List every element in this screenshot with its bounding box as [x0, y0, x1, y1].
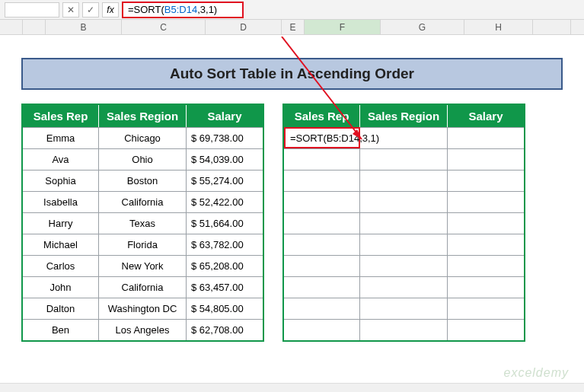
- col-hdr-c[interactable]: C: [122, 20, 206, 34]
- cell[interactable]: Carlos: [23, 255, 99, 276]
- svg-marker-1: [353, 129, 362, 139]
- cell[interactable]: [360, 298, 448, 319]
- table-row[interactable]: [284, 319, 524, 340]
- formula-suffix: ,3,1): [197, 4, 217, 15]
- cell[interactable]: [284, 276, 360, 298]
- col-hdr[interactable]: [533, 20, 571, 34]
- cell[interactable]: Michael: [23, 234, 99, 255]
- cell[interactable]: [284, 191, 360, 212]
- cell[interactable]: Dalton: [23, 298, 99, 319]
- cell[interactable]: [448, 298, 524, 319]
- cell[interactable]: [360, 234, 448, 255]
- cell[interactable]: Ohio: [99, 148, 187, 170]
- cell[interactable]: Washington DC: [99, 298, 187, 319]
- cell[interactable]: Chicago: [99, 127, 187, 148]
- cell[interactable]: California: [99, 276, 187, 298]
- header-region: Sales Region: [99, 105, 187, 127]
- confirm-icon[interactable]: ✓: [82, 2, 99, 18]
- col-hdr[interactable]: [0, 20, 23, 34]
- col-hdr-d[interactable]: D: [206, 20, 282, 34]
- cell[interactable]: [360, 276, 448, 298]
- cell[interactable]: [448, 255, 524, 276]
- cell[interactable]: Emma: [23, 127, 99, 148]
- table-row[interactable]: [284, 191, 524, 212]
- watermark: exceldemy: [504, 366, 569, 380]
- cell[interactable]: $ 51,664.00: [187, 212, 263, 234]
- table-row[interactable]: [284, 276, 524, 298]
- table-row[interactable]: AvaOhio$ 54,039.00: [23, 148, 263, 170]
- cell[interactable]: $ 65,208.00: [187, 255, 263, 276]
- cell[interactable]: New York: [99, 255, 187, 276]
- cell[interactable]: Sophia: [23, 170, 99, 191]
- cell[interactable]: Ben: [23, 319, 99, 340]
- table-row[interactable]: BenLos Angeles$ 62,708.00: [23, 319, 263, 340]
- cell[interactable]: [360, 170, 448, 191]
- cell[interactable]: [284, 234, 360, 255]
- cell[interactable]: $ 54,039.00: [187, 148, 263, 170]
- table-row[interactable]: EmmaChicago$ 69,738.00: [23, 127, 263, 148]
- cell[interactable]: [284, 170, 360, 191]
- col-hdr-f[interactable]: F: [305, 20, 381, 34]
- cell[interactable]: $ 69,738.00: [187, 127, 263, 148]
- table-row[interactable]: SophiaBoston$ 55,274.00: [23, 170, 263, 191]
- table-row[interactable]: CarlosNew York$ 65,208.00: [23, 255, 263, 276]
- source-table: Sales Rep Sales Region Salary EmmaChicag…: [21, 104, 264, 342]
- cell[interactable]: [284, 255, 360, 276]
- cell[interactable]: Harry: [23, 212, 99, 234]
- cell[interactable]: $ 63,457.00: [187, 276, 263, 298]
- table-row[interactable]: [284, 298, 524, 319]
- cell[interactable]: [360, 319, 448, 340]
- cell[interactable]: [360, 212, 448, 234]
- table-row[interactable]: IsabellaCalifornia$ 52,422.00: [23, 191, 263, 212]
- col-hdr-h[interactable]: H: [464, 20, 533, 34]
- cell[interactable]: $ 63,782.00: [187, 234, 263, 255]
- fx-icon[interactable]: fx: [102, 2, 119, 18]
- table-row[interactable]: HarryTexas$ 51,664.00: [23, 212, 263, 234]
- col-hdr-b[interactable]: B: [46, 20, 122, 34]
- cell[interactable]: Boston: [99, 170, 187, 191]
- table-row[interactable]: [284, 234, 524, 255]
- cell[interactable]: [448, 276, 524, 298]
- cancel-icon[interactable]: ✕: [62, 2, 79, 18]
- cell[interactable]: [284, 298, 360, 319]
- cell[interactable]: California: [99, 191, 187, 212]
- cell[interactable]: $ 52,422.00: [187, 191, 263, 212]
- name-box[interactable]: [5, 2, 59, 18]
- cell[interactable]: John: [23, 276, 99, 298]
- cell[interactable]: [448, 191, 524, 212]
- cell[interactable]: [284, 319, 360, 340]
- table-row[interactable]: DaltonWashington DC$ 54,805.00: [23, 298, 263, 319]
- col-hdr[interactable]: [23, 20, 46, 34]
- col-hdr-g[interactable]: G: [381, 20, 464, 34]
- horizontal-scrollbar[interactable]: [0, 383, 584, 392]
- col-hdr-e[interactable]: E: [282, 20, 305, 34]
- cell[interactable]: $ 55,274.00: [187, 170, 263, 191]
- cell[interactable]: Isabella: [23, 191, 99, 212]
- cell[interactable]: [448, 234, 524, 255]
- column-headers: B C D E F G H: [0, 20, 584, 35]
- cell[interactable]: Florida: [99, 234, 187, 255]
- cell[interactable]: [360, 255, 448, 276]
- table-row[interactable]: [284, 170, 524, 191]
- header-salary: Salary: [187, 105, 263, 127]
- cell[interactable]: [448, 212, 524, 234]
- cell[interactable]: $ 62,708.00: [187, 319, 263, 340]
- table-row[interactable]: [284, 255, 524, 276]
- cell[interactable]: [284, 212, 360, 234]
- cell[interactable]: [360, 191, 448, 212]
- cell[interactable]: Los Angeles: [99, 319, 187, 340]
- table-row[interactable]: [284, 212, 524, 234]
- cell[interactable]: [448, 170, 524, 191]
- cell[interactable]: $ 54,805.00: [187, 298, 263, 319]
- cell[interactable]: Texas: [99, 212, 187, 234]
- arrow-annotation: [270, 37, 499, 158]
- formula-input[interactable]: =SORT(B5:D14,3,1): [122, 2, 244, 18]
- formula-prefix: =SORT(: [128, 4, 164, 15]
- cell[interactable]: Ava: [23, 148, 99, 170]
- cell[interactable]: [448, 319, 524, 340]
- table-row[interactable]: MichaelFlorida$ 63,782.00: [23, 234, 263, 255]
- svg-line-0: [282, 37, 362, 139]
- table-row[interactable]: JohnCalifornia$ 63,457.00: [23, 276, 263, 298]
- worksheet: B C D E F G H Auto Sort Table in Ascendi…: [0, 20, 584, 392]
- formula-bar: ✕ ✓ fx =SORT(B5:D14,3,1): [0, 0, 584, 20]
